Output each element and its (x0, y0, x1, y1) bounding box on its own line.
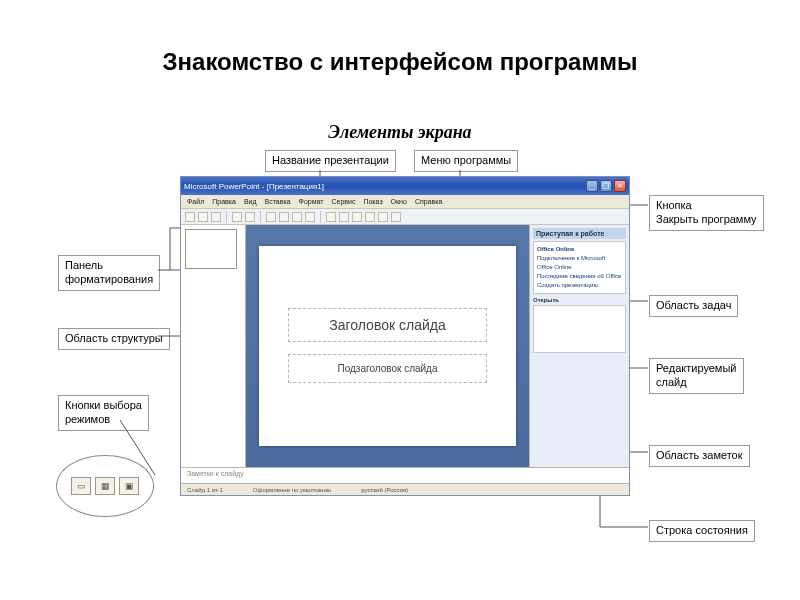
view-buttons-zoom: ▭ ▦ ▣ (56, 455, 154, 517)
label-formatting-panel: Панель форматирования (58, 255, 160, 291)
toolbar-button[interactable] (211, 212, 221, 222)
menu-item[interactable]: Справка (415, 198, 442, 205)
status-slide: Слайд 1 из 1 (187, 487, 223, 493)
toolbar-button[interactable] (279, 212, 289, 222)
close-icon[interactable]: × (614, 180, 626, 192)
slideshow-icon[interactable]: ▣ (119, 477, 139, 495)
status-lang: русский (Россия) (361, 487, 408, 493)
toolbar-button[interactable] (292, 212, 302, 222)
menu-item[interactable]: Правка (212, 198, 236, 205)
page-title: Знакомство с интерфейсом программы (0, 48, 800, 76)
toolbar-button[interactable] (365, 212, 375, 222)
label-notes-area: Область заметок (649, 445, 750, 467)
toolbar-button[interactable] (266, 212, 276, 222)
toolbar-button[interactable] (185, 212, 195, 222)
taskpane-header: Приступая к работе (533, 228, 626, 239)
toolbar-button[interactable] (391, 212, 401, 222)
menu-item[interactable]: Показ (363, 198, 382, 205)
status-bar: Слайд 1 из 1 Оформление по умолчанию рус… (181, 483, 629, 495)
toolbar-button[interactable] (326, 212, 336, 222)
toolbar (181, 209, 629, 225)
label-outline-area: Область структуры (58, 328, 170, 350)
toolbar-button[interactable] (305, 212, 315, 222)
toolbar-button[interactable] (245, 212, 255, 222)
menu-item[interactable]: Вставка (265, 198, 291, 205)
taskpane-section-open: Открыть (533, 297, 626, 303)
maximize-icon[interactable]: ▢ (600, 180, 612, 192)
editable-slide[interactable]: Заголовок слайда Подзаголовок слайда (259, 246, 515, 446)
taskpane-link[interactable]: Подключение к Microsoft Office Online (537, 254, 622, 272)
slide-subtitle-placeholder[interactable]: Подзаголовок слайда (288, 354, 488, 383)
outline-pane[interactable] (181, 225, 246, 467)
toolbar-button[interactable] (198, 212, 208, 222)
office-online-link[interactable]: Office Online (537, 245, 622, 254)
powerpoint-window: Microsoft PowerPoint - [Презентация1] _ … (180, 176, 630, 496)
window-title: Microsoft PowerPoint - [Презентация1] (184, 182, 324, 191)
toolbar-button[interactable] (352, 212, 362, 222)
taskpane-link[interactable]: Создать презентацию (537, 281, 622, 290)
task-pane[interactable]: Приступая к работе Office Online Подключ… (529, 225, 629, 467)
menu-item[interactable]: Формат (299, 198, 324, 205)
title-bar: Microsoft PowerPoint - [Презентация1] _ … (181, 177, 629, 195)
notes-pane[interactable]: Заметки к слайду (181, 467, 629, 483)
page-subtitle: Элементы экрана (0, 122, 800, 143)
taskpane-link[interactable]: Последние сведения об Office (537, 272, 622, 281)
minimize-icon[interactable]: _ (586, 180, 598, 192)
normal-view-icon[interactable]: ▭ (71, 477, 91, 495)
menu-item[interactable]: Окно (391, 198, 407, 205)
label-view-buttons: Кнопки выбора режимов (58, 395, 149, 431)
label-presentation-name: Название презентации (265, 150, 396, 172)
label-task-pane: Область задач (649, 295, 738, 317)
menu-item[interactable]: Сервис (331, 198, 355, 205)
label-close-button: Кнопка Закрыть программу (649, 195, 764, 231)
toolbar-button[interactable] (339, 212, 349, 222)
menu-item[interactable]: Файл (187, 198, 204, 205)
slide-sorter-icon[interactable]: ▦ (95, 477, 115, 495)
label-program-menu: Меню программы (414, 150, 518, 172)
slide-title-placeholder[interactable]: Заголовок слайда (288, 308, 488, 342)
menu-item[interactable]: Вид (244, 198, 257, 205)
label-editable-slide: Редактируемый слайд (649, 358, 744, 394)
menu-bar: Файл Правка Вид Вставка Формат Сервис По… (181, 195, 629, 209)
toolbar-button[interactable] (232, 212, 242, 222)
workspace: Заголовок слайда Подзаголовок слайда При… (181, 225, 629, 467)
slide-canvas-area: Заголовок слайда Подзаголовок слайда (246, 225, 529, 467)
slide-thumbnail[interactable] (185, 229, 237, 269)
toolbar-button[interactable] (378, 212, 388, 222)
status-template: Оформление по умолчанию (253, 487, 331, 493)
label-status-bar: Строка состояния (649, 520, 755, 542)
